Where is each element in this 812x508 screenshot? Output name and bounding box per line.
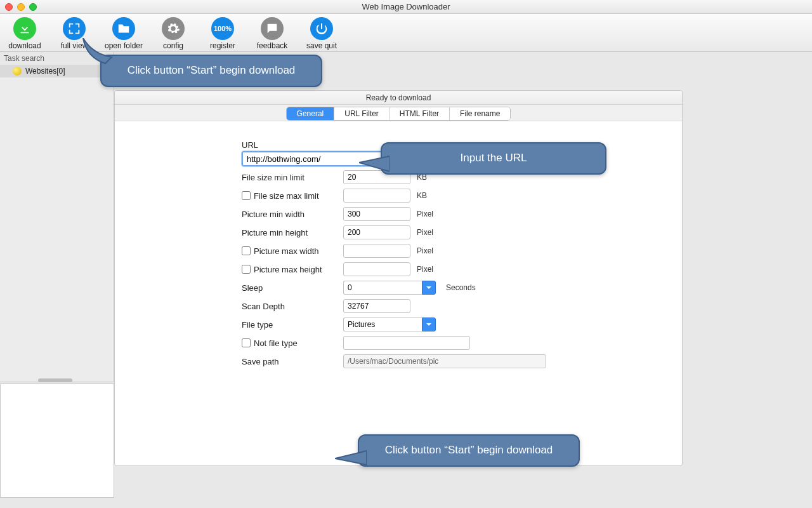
ph-min-input[interactable] xyxy=(343,225,410,239)
pw-max-label: Picture max width xyxy=(254,246,319,256)
folder-icon xyxy=(112,17,135,40)
ph-min-unit: Pixel xyxy=(417,228,433,237)
sleep-input[interactable] xyxy=(343,281,422,295)
ph-min-label: Picture min height xyxy=(242,228,343,237)
percent-icon: 100% xyxy=(211,17,234,40)
ftype-label: File type xyxy=(242,320,343,330)
pw-min-label: Picture min width xyxy=(242,210,343,219)
sleep-unit: Seconds xyxy=(446,283,476,292)
toolbar-feedback[interactable]: feedback xyxy=(251,17,293,50)
nftype-input[interactable] xyxy=(343,336,470,350)
sidebar-item-label: Websites[0] xyxy=(25,67,65,76)
save-label: Save path xyxy=(242,357,343,366)
toolbar-register[interactable]: 100% register xyxy=(202,17,244,50)
toolbar: download full view open folder config 10… xyxy=(0,14,812,52)
window-title: Web Image Downloader xyxy=(0,2,812,11)
nftype-label: Not file type xyxy=(254,338,298,348)
fullscreen-icon xyxy=(63,17,86,40)
tab-bar: General URL Filter HTML Filter File rena… xyxy=(115,105,682,121)
chevron-down-icon[interactable] xyxy=(422,281,436,295)
fs-max-unit: KB xyxy=(417,191,427,200)
fs-min-label: File size min limit xyxy=(242,173,343,182)
pw-max-input[interactable] xyxy=(343,244,410,258)
toolbar-label: register xyxy=(210,41,235,50)
gear-icon xyxy=(162,17,185,40)
ftype-dropdown[interactable] xyxy=(343,318,436,331)
scrollbar-thumb[interactable] xyxy=(38,378,72,382)
tab-file-rename[interactable]: File rename xyxy=(450,107,510,120)
hint-callout-bottom: Click button “Start” begin download xyxy=(358,434,580,467)
toolbar-label: config xyxy=(163,41,183,50)
chevron-down-icon[interactable] xyxy=(422,318,436,331)
toolbar-config[interactable]: config xyxy=(152,17,194,50)
ph-max-check[interactable] xyxy=(242,265,251,274)
toolbar-download[interactable]: download xyxy=(4,17,46,50)
toolbar-label: download xyxy=(8,41,41,50)
sleep-dropdown[interactable] xyxy=(343,281,436,295)
depth-input[interactable] xyxy=(343,299,410,313)
pw-min-input[interactable] xyxy=(343,207,410,221)
toolbar-label: feedback xyxy=(257,41,288,50)
fs-max-check[interactable] xyxy=(242,191,251,200)
depth-label: Scan Depth xyxy=(242,302,343,311)
tab-general[interactable]: General xyxy=(287,107,335,120)
ftype-input[interactable] xyxy=(343,318,422,331)
sleep-label: Sleep xyxy=(242,283,343,293)
fs-max-input[interactable] xyxy=(343,189,410,203)
tab-url-filter[interactable]: URL Filter xyxy=(334,107,390,120)
download-icon xyxy=(13,17,36,40)
pw-min-unit: Pixel xyxy=(417,210,433,218)
nftype-check[interactable] xyxy=(242,338,251,347)
ph-max-label: Picture max height xyxy=(254,265,322,274)
power-icon xyxy=(310,17,333,40)
preview-pane xyxy=(0,384,114,498)
hint-callout-url: Input the URL xyxy=(381,142,606,175)
fs-max-label: File size max limit xyxy=(254,191,319,201)
ph-max-unit: Pixel xyxy=(417,265,433,274)
save-path-input[interactable] xyxy=(343,354,546,368)
globe-icon xyxy=(13,67,22,76)
sidebar: Task search Websites[0] xyxy=(0,52,114,382)
tab-html-filter[interactable]: HTML Filter xyxy=(390,107,450,120)
ph-max-input[interactable] xyxy=(343,262,410,276)
toolbar-label: save quit xyxy=(306,41,337,50)
pw-max-check[interactable] xyxy=(242,246,251,255)
toolbar-savequit[interactable]: save quit xyxy=(301,17,343,50)
chat-icon xyxy=(261,17,284,40)
hint-callout-top: Click button “Start” begin download xyxy=(100,55,322,87)
panel-title: Ready to download xyxy=(115,91,682,105)
pw-max-unit: Pixel xyxy=(417,246,433,255)
window-titlebar: Web Image Downloader xyxy=(0,0,812,14)
